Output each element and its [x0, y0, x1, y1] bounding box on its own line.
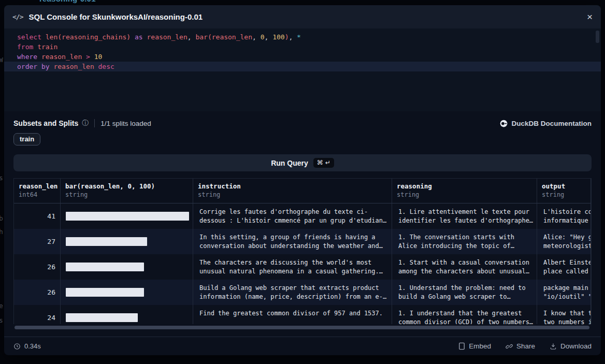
clock-icon — [13, 343, 21, 350]
cell-instruction: In this setting, a group of friends is h… — [193, 229, 392, 254]
code-line: from train — [4, 42, 601, 52]
enter-key-icon: ↵ — [325, 159, 330, 166]
modal-title: SQL Console for SkunkworksAI/reasoning-0… — [28, 12, 203, 21]
code-line: where reason_len > 10 — [4, 52, 601, 62]
background-edge-letter: b — [0, 214, 4, 222]
table-row[interactable]: 26Build a Golang web scraper that extrac… — [14, 280, 591, 305]
cell-bar — [61, 203, 193, 229]
cell-instruction: Corrige les fautes d'orthographe du text… — [193, 203, 392, 229]
divider — [94, 119, 95, 127]
cell-bar — [61, 280, 193, 305]
table-body: 41Corrige les fautes d'orthographe du te… — [14, 203, 591, 324]
bar-glyph — [66, 237, 147, 246]
cell-output: package main "io/ioutil" " — [537, 280, 591, 305]
keyboard-shortcut-badge: ⌘ ↵ — [313, 158, 334, 168]
close-icon[interactable]: × — [587, 12, 593, 22]
split-chips: train — [13, 133, 592, 145]
sql-editor-lines: select len(reasoning_chains) as reason_l… — [4, 32, 601, 71]
share-button[interactable]: Share — [506, 342, 535, 350]
table-row[interactable]: 24Find the greatest common divisor of 95… — [14, 305, 591, 324]
query-duration: 0.34s — [24, 342, 41, 350]
cell-instruction: Find the greatest common divisor of 957 … — [193, 305, 392, 324]
table-header-row: reason_lenint64bar(reason_len, 0, 100)st… — [14, 179, 591, 203]
cell-instruction: The characters are discussing the world'… — [193, 254, 392, 280]
background-edge-letter: W — [0, 56, 4, 64]
background-edge-letter: e — [0, 302, 4, 310]
cell-output: Alice: "Hey g meteorologist — [537, 229, 591, 254]
column-header-reasoning[interactable]: reasoningstring — [392, 179, 537, 203]
run-query-label: Run Query — [271, 159, 308, 167]
cell-bar — [61, 305, 193, 324]
background-edge-letter: s — [0, 316, 4, 324]
cell-reason-len: 26 — [14, 254, 61, 280]
code-line: select len(reasoning_chains) as reason_l… — [4, 32, 601, 42]
column-header-reason_len[interactable]: reason_lenint64 — [14, 179, 61, 203]
background-page-fragment: reasoning-0.01 — [39, 0, 96, 3]
splits-row: Subsets and Splits ⓘ 1/1 splits loaded D… — [13, 119, 592, 128]
embed-icon — [458, 342, 465, 350]
splits-loaded-status: 1/1 splits loaded — [100, 120, 151, 127]
code-line: order by reason_len desc — [4, 62, 601, 71]
sql-console-modal: </> SQL Console for SkunkworksAI/reasoni… — [4, 5, 601, 355]
cell-reason-len: 41 — [14, 203, 61, 229]
cell-reason-len: 27 — [14, 229, 61, 254]
bar-glyph — [66, 288, 144, 297]
cell-reason-len: 24 — [14, 305, 61, 324]
run-query-button[interactable]: Run Query ⌘ ↵ — [13, 154, 592, 171]
link-icon — [506, 343, 513, 350]
bar-glyph — [66, 263, 144, 271]
download-icon — [550, 343, 557, 350]
duckdb-docs-link[interactable]: DuckDB Documentation — [500, 120, 592, 127]
table-row[interactable]: 27In this setting, a group of friends is… — [14, 229, 591, 254]
screen: reasoning-0.01 W s b h e s </> SQL Conso… — [0, 0, 605, 364]
cell-bar — [61, 229, 193, 254]
cell-output: L'histoire co informatique — [537, 203, 591, 229]
cell-reasoning: 1. The conversation starts with Alice in… — [392, 229, 537, 254]
scrollbar-thumb[interactable] — [15, 326, 589, 329]
cell-output: I know that t two numbers i — [537, 305, 591, 324]
embed-button[interactable]: Embed — [458, 342, 491, 350]
bar-glyph — [66, 212, 189, 221]
column-header-instruction[interactable]: instructionstring — [193, 179, 392, 203]
modal-body: Subsets and Splits ⓘ 1/1 splits loaded D… — [4, 111, 601, 355]
splits-heading: Subsets and Splits — [13, 119, 78, 127]
cell-reasoning: 1. I understand that the greatest common… — [392, 305, 537, 324]
cell-bar — [61, 254, 193, 280]
results-table: reason_lenint64bar(reason_len, 0, 100)st… — [13, 178, 592, 324]
background-edge-letter: s — [0, 174, 4, 182]
cell-instruction: Build a Golang web scraper that extracts… — [193, 280, 392, 305]
modal-footer: 0.34s Embed S — [4, 337, 601, 355]
table-horizontal-scrollbar[interactable] — [13, 326, 592, 329]
download-label: Download — [560, 342, 592, 350]
info-icon[interactable]: ⓘ — [82, 119, 89, 128]
cmd-key-icon: ⌘ — [317, 159, 323, 166]
column-header-output[interactable]: outputstring — [537, 179, 591, 203]
download-button[interactable]: Download — [550, 342, 592, 350]
table-row[interactable]: 26The characters are discussing the worl… — [14, 254, 591, 280]
embed-label: Embed — [469, 342, 491, 350]
split-chip-train[interactable]: train — [13, 133, 40, 145]
cell-output: Albert Einste place called — [537, 254, 591, 280]
code-icon: </> — [12, 13, 23, 21]
modal-header: </> SQL Console for SkunkworksAI/reasoni… — [4, 5, 601, 28]
cell-reasoning: 1. Start with a casual conversation amon… — [392, 254, 537, 280]
sql-editor[interactable]: select len(reasoning_chains) as reason_l… — [4, 28, 601, 111]
editor-scrollbar[interactable] — [596, 31, 599, 43]
table-row[interactable]: 41Corrige les fautes d'orthographe du te… — [14, 203, 591, 229]
background-edge-letter: h — [0, 228, 4, 236]
share-label: Share — [516, 342, 535, 350]
duckdb-docs-label: DuckDB Documentation — [511, 120, 592, 127]
bar-glyph — [66, 313, 138, 322]
cell-reason-len: 26 — [14, 280, 61, 305]
duckdb-logo-icon — [500, 120, 508, 127]
cell-reasoning: 1. Lire attentivement le texte pour iden… — [392, 203, 537, 229]
cell-reasoning: 1. Understand the problem: need to build… — [392, 280, 537, 305]
column-header-barreason_len0100[interactable]: bar(reason_len, 0, 100)string — [61, 179, 193, 203]
